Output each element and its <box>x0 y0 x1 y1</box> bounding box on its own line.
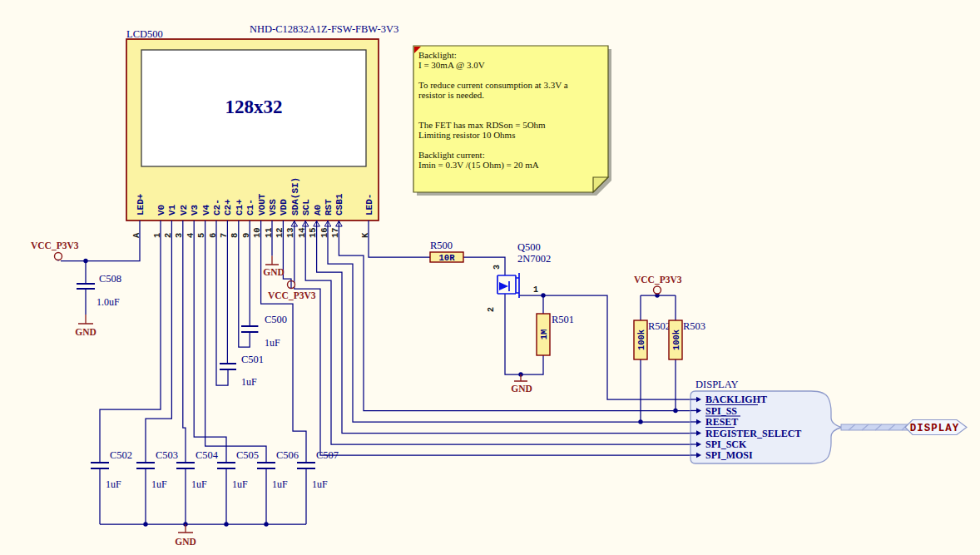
lcd-designator: LCD500 <box>126 28 163 40</box>
q500-pin2: 2 <box>487 307 496 312</box>
display-net-label: DISPLAY <box>910 423 960 434</box>
lcd-pin-name-10: VOUT <box>257 193 267 216</box>
lcd-pin-name-A: LED+ <box>136 193 146 216</box>
c501-value: 1uF <box>241 376 257 388</box>
lcd-pin-name-16: RST <box>324 199 334 216</box>
c500-value: 1uF <box>265 337 280 349</box>
c500-ref: C500 <box>265 314 287 325</box>
harness-entry-spi_ss[interactable]: SPI_SS <box>705 405 737 417</box>
junction-dots <box>83 259 677 527</box>
c502-value: 1uF <box>106 478 121 490</box>
display-net-tag[interactable]: DISPLAY <box>905 420 967 435</box>
r500-ref: R500 <box>430 240 453 251</box>
cap-c500[interactable]: C500 1uF <box>265 314 287 349</box>
wire-cap-rail[interactable] <box>100 468 306 524</box>
lcd-pin-name-4: V3 <box>190 204 200 216</box>
lcd-pin-name-1: V0 <box>156 205 166 216</box>
note-text[interactable]: Backlight: I = 30mA @ 3.0V To reduce cur… <box>418 50 606 183</box>
cap-c508[interactable]: C508 1.0uF <box>97 273 121 308</box>
schematic-canvas: 128x32 LCD500 NHD-C12832A1Z-FSW-FBW-3V3 … <box>0 0 980 555</box>
bottom-caps[interactable]: C502 1uF C503 1uF C504 1uF C505 1uF C506… <box>106 449 339 490</box>
resistor-r500[interactable]: 10R R500 <box>430 240 463 263</box>
harness-entry-reset[interactable]: RESET <box>705 416 738 428</box>
c503-ref: C503 <box>156 449 178 461</box>
q500-part: 2N7002 <box>517 253 551 265</box>
c502-ref: C502 <box>110 449 132 461</box>
wire-c2minus-c501[interactable] <box>216 221 228 385</box>
vcc-label-pullup: VCC_P3V3 <box>634 275 682 285</box>
wire-v0-c502[interactable] <box>100 221 161 463</box>
c508-value: 1.0uF <box>97 296 120 308</box>
harness-cable[interactable] <box>841 424 908 430</box>
gnd-label-caps: GND <box>175 537 196 547</box>
q500-pin1: 1 <box>533 285 538 295</box>
r501-value: 1M <box>539 330 549 340</box>
c504-ref: C504 <box>196 449 219 461</box>
wire-v3-c505[interactable] <box>194 221 226 463</box>
lcd-pin-name-K: LED- <box>364 194 374 216</box>
wire-c1plus-c500[interactable] <box>239 221 250 347</box>
wire-v4-c506[interactable] <box>205 221 266 463</box>
power-ports[interactable]: VCC_P3V3 VCC_P3V3 VCC_P3V3 GND GND GND G… <box>31 240 682 547</box>
harness-title: DISPLAY <box>695 379 739 390</box>
lcd-pin-name-14: SCL <box>301 199 311 216</box>
c504-value: 1uF <box>191 478 207 490</box>
c508-ref: C508 <box>99 273 121 285</box>
wire-v1-c503[interactable] <box>146 221 171 463</box>
gnd-label-vss: GND <box>263 267 285 277</box>
resistor-r501[interactable]: 1M R501 <box>537 314 574 355</box>
lcd-part-number: NHD-C12832A1Z-FSW-FBW-3V3 <box>250 23 398 35</box>
wire-v2-c504[interactable] <box>183 221 186 463</box>
r502-ref: R502 <box>648 320 671 332</box>
lcd-pin-name-8: C1+ <box>235 199 245 216</box>
lcd-pin-name-15: A0 <box>313 205 323 216</box>
r503-value: 100k <box>671 330 681 350</box>
vcc-label-left: VCC_P3V3 <box>31 240 79 250</box>
vcc-port-left-icon[interactable] <box>55 253 62 260</box>
c506-ref: C506 <box>276 449 299 461</box>
q500-pin3: 3 <box>492 265 502 270</box>
lcd-pin-name-12: VDD <box>279 199 289 216</box>
lcd-screen-label: 128x32 <box>225 97 283 117</box>
c507-ref: C507 <box>316 449 339 461</box>
harness-entry-register_select[interactable]: REGISTER_SELECT <box>705 428 801 439</box>
r500-value: 10R <box>439 253 456 263</box>
r501-ref: R501 <box>552 314 574 325</box>
wire-csb1-spiss[interactable] <box>339 221 690 411</box>
lcd-pin-name-3: V2 <box>179 205 189 216</box>
gnd-label-c508: GND <box>75 327 97 337</box>
mosfet-q500[interactable]: Q500 2N7002 3 2 1 <box>487 241 551 312</box>
lcd-pin-name-6: C2- <box>212 199 222 216</box>
gnd-label-fet: GND <box>511 384 532 394</box>
lcd-pin-name-2: V1 <box>167 204 177 216</box>
harness-entry-spi_sck[interactable]: SPI_SCK <box>705 439 747 450</box>
c507-value: 1uF <box>312 478 328 490</box>
c503-value: 1uF <box>151 478 167 490</box>
r503-ref: R503 <box>683 320 705 332</box>
resistor-r502[interactable]: 100k R502 <box>634 320 671 359</box>
harness-entry-backlight[interactable]: BACKLIGHT <box>705 394 767 405</box>
lcd-pin-name-13: SDA(SI) <box>290 177 300 216</box>
lcd-pin-name-9: C1- <box>245 199 255 216</box>
resistor-r503[interactable]: 100k R503 <box>669 320 705 359</box>
lcd-pin-name-11: VSS <box>268 199 278 216</box>
cap-c501[interactable]: C501 1uF <box>241 354 264 388</box>
mosfet-arrow-icon <box>499 282 508 290</box>
lcd-pin-name-17: CSB1 <box>334 193 344 216</box>
q500-ref: Q500 <box>517 241 541 253</box>
c501-ref: C501 <box>241 354 264 365</box>
capacitor-plates[interactable] <box>77 284 315 468</box>
c505-value: 1uF <box>232 478 248 490</box>
display-harness[interactable]: DISPLAY BACKLIGHTSPI_SSRESETREGISTER_SEL… <box>690 379 967 463</box>
wire-gate-backlight[interactable] <box>505 294 690 399</box>
c506-value: 1uF <box>272 478 288 490</box>
lcd-pin-name-5: V4 <box>201 204 211 216</box>
r502-value: 100k <box>636 330 646 350</box>
vcc-port-pullup-icon[interactable] <box>654 286 661 294</box>
lcd-pin-name-7: C2+ <box>223 199 233 216</box>
vcc-label-vdd: VCC_P3V3 <box>268 290 316 300</box>
c505-ref: C505 <box>236 449 259 461</box>
harness-entry-spi_mosi[interactable]: SPI_MOSI <box>705 449 753 461</box>
lcd-component[interactable]: 128x32 LCD500 NHD-C12832A1Z-FSW-FBW-3V3 … <box>126 23 398 238</box>
